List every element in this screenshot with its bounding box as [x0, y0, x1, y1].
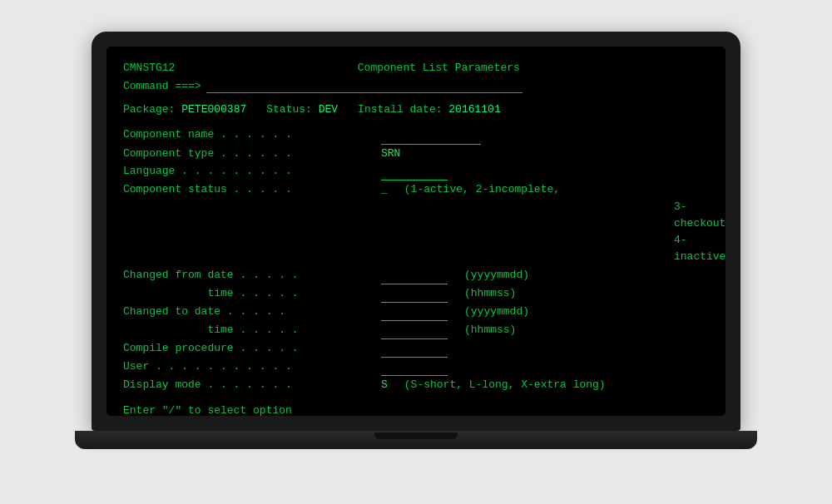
field-changed-from-time: time . . . . . (hhmmss) [123, 285, 709, 303]
field-component-type: Component type . . . . . . SRN [123, 146, 709, 162]
package-label: Package: PETE000387 [123, 101, 246, 118]
install-date-label: Install date: 20161101 [358, 101, 501, 118]
laptop: CMNSTG12 Component List Parameters Comma… [75, 32, 757, 472]
laptop-base [75, 431, 757, 449]
field-changed-from-date: Changed from date . . . . . (yyyymmdd) [123, 267, 709, 284]
field-changed-to-time: time . . . . . (hhmmss) [123, 322, 709, 339]
field-compile-procedure: Compile procedure . . . . . [123, 340, 709, 358]
field-user: User . . . . . . . . . . . [123, 358, 709, 376]
field-language: Language . . . . . . . . . [123, 163, 709, 180]
field-component-status-cont: 3-checkout, 4-inactive) [123, 199, 709, 266]
field-changed-to-date: Changed to date . . . . . (yyyymmdd) [123, 304, 709, 321]
laptop-lid: CMNSTG12 Component List Parameters Comma… [92, 32, 740, 431]
status-label: Status: DEV [266, 101, 338, 118]
system-id: CMNSTG12 [123, 60, 175, 77]
field-component-name: Component name . . . . . . [123, 126, 709, 144]
header-spacer [702, 60, 709, 77]
page-title: Component List Parameters [358, 60, 520, 77]
field-display-mode: Display mode . . . . . . . S (S-short, L… [123, 377, 709, 393]
options-header: Enter "/" to select option [123, 403, 709, 416]
command-line: Command ===> [123, 78, 709, 95]
field-component-status: Component status . . . . . _ (1-active, … [123, 181, 709, 198]
fields-section: Component name . . . . . . Component typ… [123, 126, 709, 393]
options-section: Enter "/" to select option / Confirm com… [123, 403, 709, 416]
command-label: Command ===> [123, 78, 201, 95]
terminal-screen: CMNSTG12 Component List Parameters Comma… [106, 47, 726, 416]
package-line: Package: PETE000387 Status: DEV Install … [123, 101, 709, 118]
command-input[interactable] [206, 80, 522, 93]
screen-header: CMNSTG12 Component List Parameters [123, 60, 709, 77]
